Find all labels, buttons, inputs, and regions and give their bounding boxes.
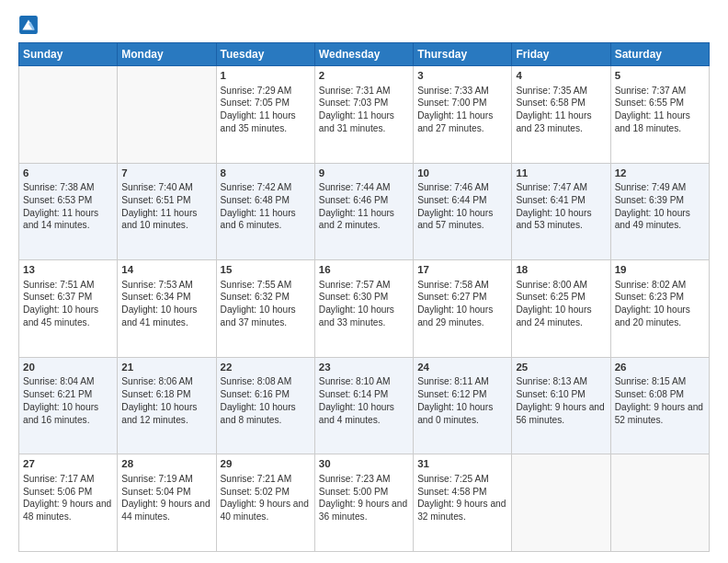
sunset-text: Sunset: 6:55 PM (615, 97, 705, 109)
day-number: 28 (121, 457, 211, 472)
calendar-cell: 15Sunrise: 7:55 AMSunset: 6:32 PMDayligh… (216, 260, 314, 358)
day-number: 22 (221, 361, 311, 375)
day-number: 14 (121, 263, 211, 278)
calendar-cell: 6Sunrise: 7:38 AMSunset: 6:53 PMDaylight… (19, 163, 118, 260)
calendar-cell: 21Sunrise: 8:06 AMSunset: 6:18 PMDayligh… (118, 357, 216, 454)
calendar-cell: 17Sunrise: 7:58 AMSunset: 6:27 PMDayligh… (414, 260, 512, 358)
calendar-cell: 14Sunrise: 7:53 AMSunset: 6:34 PMDayligh… (118, 260, 216, 358)
calendar-cell (19, 66, 118, 164)
day-number: 18 (516, 263, 606, 278)
day-number: 24 (417, 361, 507, 375)
calendar-cell: 5Sunrise: 7:37 AMSunset: 6:55 PMDaylight… (610, 66, 709, 164)
sunset-text: Sunset: 6:08 PM (615, 388, 705, 401)
sunrise-text: Sunrise: 8:11 AM (417, 375, 507, 388)
daylight-text: Daylight: 10 hours and 49 minutes. (615, 207, 705, 233)
calendar-cell: 27Sunrise: 7:17 AMSunset: 5:06 PMDayligh… (19, 454, 118, 552)
calendar-cell: 1Sunrise: 7:29 AMSunset: 7:05 PMDaylight… (216, 66, 314, 164)
sunrise-text: Sunrise: 7:57 AM (319, 279, 409, 292)
daylight-text: Daylight: 9 hours and 40 minutes. (221, 498, 311, 523)
day-number: 21 (121, 361, 211, 375)
calendar-cell: 2Sunrise: 7:31 AMSunset: 7:03 PMDaylight… (314, 66, 413, 164)
daylight-text: Daylight: 9 hours and 56 minutes. (516, 401, 606, 427)
calendar-cell (118, 66, 216, 164)
daylight-text: Daylight: 10 hours and 4 minutes. (319, 401, 409, 427)
daylight-text: Daylight: 9 hours and 44 minutes. (121, 498, 211, 523)
calendar-row-3: 20Sunrise: 8:04 AMSunset: 6:21 PMDayligh… (19, 357, 710, 454)
calendar-row-0: 1Sunrise: 7:29 AMSunset: 7:05 PMDaylight… (19, 66, 710, 164)
sunrise-text: Sunrise: 7:40 AM (121, 181, 211, 194)
calendar-cell: 30Sunrise: 7:23 AMSunset: 5:00 PMDayligh… (314, 454, 413, 552)
sunset-text: Sunset: 6:18 PM (121, 388, 211, 401)
sunset-text: Sunset: 6:32 PM (221, 291, 311, 304)
sunset-text: Sunset: 5:02 PM (221, 486, 311, 499)
sunrise-text: Sunrise: 7:31 AM (319, 85, 409, 98)
calendar: SundayMondayTuesdayWednesdayThursdayFrid… (18, 42, 710, 552)
calendar-cell: 3Sunrise: 7:33 AMSunset: 7:00 PMDaylight… (414, 66, 512, 164)
day-number: 15 (221, 263, 311, 278)
daylight-text: Daylight: 10 hours and 16 minutes. (23, 401, 113, 427)
daylight-text: Daylight: 11 hours and 6 minutes. (221, 207, 311, 233)
logo-icon (18, 15, 39, 35)
sunset-text: Sunset: 6:37 PM (23, 291, 113, 304)
daylight-text: Daylight: 10 hours and 0 minutes. (417, 401, 507, 427)
sunset-text: Sunset: 6:14 PM (319, 388, 409, 401)
calendar-row-1: 6Sunrise: 7:38 AMSunset: 6:53 PMDaylight… (19, 163, 710, 260)
day-number: 10 (417, 167, 507, 181)
sunset-text: Sunset: 6:58 PM (516, 97, 606, 109)
calendar-cell: 18Sunrise: 8:00 AMSunset: 6:25 PMDayligh… (512, 260, 610, 358)
calendar-cell: 10Sunrise: 7:46 AMSunset: 6:44 PMDayligh… (414, 163, 512, 260)
daylight-text: Daylight: 9 hours and 32 minutes. (417, 498, 507, 523)
day-number: 31 (417, 457, 507, 472)
sunset-text: Sunset: 6:53 PM (23, 194, 113, 207)
day-number: 27 (23, 457, 113, 472)
sunset-text: Sunset: 6:27 PM (417, 291, 507, 304)
sunrise-text: Sunrise: 7:33 AM (417, 85, 507, 98)
calendar-cell: 11Sunrise: 7:47 AMSunset: 6:41 PMDayligh… (512, 163, 610, 260)
sunrise-text: Sunrise: 7:29 AM (221, 85, 311, 98)
calendar-cell (512, 454, 610, 552)
weekday-header-saturday: Saturday (610, 43, 709, 66)
day-number: 17 (417, 263, 507, 278)
sunset-text: Sunset: 6:41 PM (516, 194, 606, 207)
sunrise-text: Sunrise: 7:55 AM (221, 279, 311, 292)
sunrise-text: Sunrise: 7:25 AM (417, 473, 507, 486)
daylight-text: Daylight: 10 hours and 57 minutes. (417, 207, 507, 233)
daylight-text: Daylight: 11 hours and 14 minutes. (23, 207, 113, 233)
sunset-text: Sunset: 6:46 PM (319, 194, 409, 207)
sunset-text: Sunset: 6:16 PM (221, 388, 311, 401)
sunrise-text: Sunrise: 8:13 AM (516, 375, 606, 388)
calendar-cell: 13Sunrise: 7:51 AMSunset: 6:37 PMDayligh… (19, 260, 118, 358)
day-number: 29 (221, 457, 311, 472)
sunset-text: Sunset: 6:25 PM (516, 291, 606, 304)
day-number: 23 (319, 361, 409, 375)
day-number: 16 (319, 263, 409, 278)
daylight-text: Daylight: 9 hours and 48 minutes. (23, 498, 113, 523)
calendar-row-2: 13Sunrise: 7:51 AMSunset: 6:37 PMDayligh… (19, 260, 710, 358)
calendar-cell: 8Sunrise: 7:42 AMSunset: 6:48 PMDaylight… (216, 163, 314, 260)
daylight-text: Daylight: 10 hours and 8 minutes. (221, 401, 311, 427)
sunrise-text: Sunrise: 7:21 AM (221, 473, 311, 486)
calendar-cell: 4Sunrise: 7:35 AMSunset: 6:58 PMDaylight… (512, 66, 610, 164)
daylight-text: Daylight: 10 hours and 37 minutes. (221, 304, 311, 329)
sunset-text: Sunset: 7:00 PM (417, 97, 507, 109)
sunrise-text: Sunrise: 8:10 AM (319, 375, 409, 388)
day-number: 2 (319, 69, 409, 84)
sunset-text: Sunset: 7:03 PM (319, 97, 409, 109)
weekday-header-friday: Friday (512, 43, 610, 66)
logo (18, 15, 43, 35)
sunset-text: Sunset: 6:10 PM (516, 388, 606, 401)
daylight-text: Daylight: 10 hours and 12 minutes. (121, 401, 211, 427)
calendar-cell: 7Sunrise: 7:40 AMSunset: 6:51 PMDaylight… (118, 163, 216, 260)
day-number: 9 (319, 167, 409, 181)
daylight-text: Daylight: 9 hours and 36 minutes. (319, 498, 409, 523)
daylight-text: Daylight: 11 hours and 10 minutes. (121, 207, 211, 233)
day-number: 6 (23, 167, 113, 181)
sunrise-text: Sunrise: 7:17 AM (23, 473, 113, 486)
calendar-cell: 28Sunrise: 7:19 AMSunset: 5:04 PMDayligh… (118, 454, 216, 552)
sunrise-text: Sunrise: 8:06 AM (121, 375, 211, 388)
sunset-text: Sunset: 5:06 PM (23, 486, 113, 499)
sunset-text: Sunset: 6:39 PM (615, 194, 705, 207)
calendar-cell: 29Sunrise: 7:21 AMSunset: 5:02 PMDayligh… (216, 454, 314, 552)
daylight-text: Daylight: 10 hours and 33 minutes. (319, 304, 409, 329)
sunrise-text: Sunrise: 7:19 AM (121, 473, 211, 486)
